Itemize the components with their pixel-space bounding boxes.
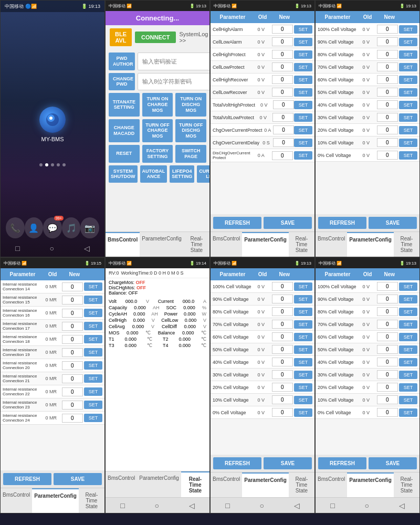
- set-button[interactable]: SET: [294, 383, 312, 392]
- param-new-input[interactable]: [62, 401, 83, 410]
- param-new-input[interactable]: [62, 414, 83, 423]
- set-button[interactable]: SET: [84, 414, 102, 422]
- set-button[interactable]: SET: [399, 63, 417, 71]
- change-pwd-button[interactable]: CHANGEPWD: [109, 73, 135, 91]
- tab-param-pbmr[interactable]: ParameterConfig: [242, 472, 289, 497]
- param-new-input[interactable]: [272, 307, 293, 316]
- tab-bms-control-p2[interactable]: BmsControl: [106, 232, 140, 257]
- set-button[interactable]: SET: [399, 38, 417, 46]
- set-button[interactable]: SET: [294, 358, 312, 366]
- tab-rt-pbl[interactable]: Real-Time State: [79, 488, 104, 513]
- pwd-input[interactable]: [138, 52, 210, 70]
- tab-param-config-p2[interactable]: ParameterConfig: [140, 232, 184, 257]
- set-button[interactable]: SET: [294, 50, 312, 59]
- set-button[interactable]: SET: [84, 335, 102, 343]
- set-button[interactable]: SET: [294, 113, 312, 122]
- param-new-input[interactable]: [62, 282, 83, 291]
- nav-circle-pbmr[interactable]: ○: [260, 501, 264, 510]
- system-shutdown-button[interactable]: SYSTEMSHUTDOW: [109, 165, 138, 183]
- param-new-input[interactable]: [62, 387, 83, 396]
- tab-bms-pbr[interactable]: BmsControl: [316, 472, 347, 497]
- camera-icon[interactable]: 📷: [80, 217, 99, 238]
- messages-icon[interactable]: 💬 99+: [43, 217, 62, 238]
- param-new-input[interactable]: [272, 151, 293, 160]
- nav-back-pbml[interactable]: ◁: [189, 501, 195, 510]
- param-new-input[interactable]: [377, 370, 398, 379]
- set-button[interactable]: SET: [294, 345, 312, 354]
- tab-param-pbr[interactable]: ParameterConfig: [347, 472, 394, 497]
- set-button[interactable]: SET: [399, 126, 417, 134]
- set-button[interactable]: SET: [294, 38, 312, 46]
- set-button[interactable]: SET: [399, 139, 417, 147]
- param-new-input[interactable]: [377, 113, 398, 122]
- tab-rt-pbml[interactable]: Real-Time State: [181, 471, 209, 497]
- param-new-input[interactable]: [377, 383, 398, 392]
- refresh-button-pbr[interactable]: REFRESH: [318, 457, 366, 469]
- set-button[interactable]: SET: [84, 387, 102, 396]
- nav-square-pbml[interactable]: □: [120, 501, 124, 510]
- param-new-input[interactable]: [377, 37, 398, 46]
- set-button[interactable]: SET: [399, 101, 417, 109]
- set-button[interactable]: SET: [294, 308, 312, 316]
- set-button[interactable]: SET: [84, 282, 102, 291]
- param-new-input[interactable]: [377, 62, 398, 71]
- change-macadd-button[interactable]: CHANGEMACADD: [109, 119, 140, 142]
- turn-on-charge-mos-button[interactable]: TURN ONCHARGE MOS: [142, 93, 173, 116]
- set-button[interactable]: SET: [399, 358, 417, 366]
- param-new-input[interactable]: [377, 332, 398, 341]
- param-new-input[interactable]: [272, 370, 293, 379]
- new-pwd-input[interactable]: [138, 73, 210, 91]
- param-new-input[interactable]: [62, 296, 83, 304]
- param-new-input[interactable]: [377, 50, 398, 59]
- param-new-input[interactable]: [377, 151, 398, 160]
- set-button[interactable]: SET: [294, 101, 312, 109]
- set-button[interactable]: SET: [399, 320, 417, 329]
- tab-param-config-p3[interactable]: ParameterConfig: [242, 232, 289, 257]
- tab-bms-pbl[interactable]: BmsControl: [1, 488, 32, 513]
- set-button[interactable]: SET: [294, 333, 312, 341]
- set-button[interactable]: SET: [294, 126, 312, 134]
- lifepo4-setting-button[interactable]: LIFEPO4SETTING: [170, 165, 194, 183]
- param-new-input[interactable]: [272, 383, 293, 392]
- nav-circle-pbr[interactable]: ○: [365, 501, 369, 510]
- param-new-input[interactable]: [377, 282, 398, 291]
- param-new-input[interactable]: [272, 113, 293, 122]
- param-new-input[interactable]: [62, 374, 83, 383]
- param-new-input[interactable]: [377, 25, 398, 34]
- set-button[interactable]: SET: [399, 345, 417, 354]
- set-button[interactable]: SET: [294, 63, 312, 71]
- tab-bms-pbml[interactable]: BmsControl: [106, 471, 137, 497]
- nav-back[interactable]: ◁: [84, 244, 90, 253]
- nav-square-pbr[interactable]: □: [330, 501, 334, 510]
- tab-realtime-p4[interactable]: Real-Time State: [394, 232, 419, 257]
- titanate-setting-button[interactable]: TITANATESETTING: [109, 93, 140, 116]
- set-button[interactable]: SET: [294, 88, 312, 97]
- param-new-input[interactable]: [272, 345, 293, 354]
- param-new-input[interactable]: [273, 125, 294, 134]
- set-button[interactable]: SET: [399, 396, 417, 404]
- param-new-input[interactable]: [377, 358, 398, 366]
- param-new-input[interactable]: [272, 88, 293, 97]
- set-button[interactable]: SET: [399, 50, 417, 59]
- tab-realtime-p2[interactable]: Real-Time State: [184, 232, 209, 257]
- save-button-pbmr[interactable]: SAVE: [264, 457, 312, 469]
- set-button[interactable]: SET: [294, 408, 312, 417]
- nav-back-pbr[interactable]: ◁: [399, 501, 405, 510]
- set-button[interactable]: SET: [399, 25, 417, 34]
- set-button[interactable]: SET: [294, 295, 312, 303]
- set-button[interactable]: SET: [84, 348, 102, 356]
- save-button-pbr[interactable]: SAVE: [369, 457, 417, 469]
- switch-page-button[interactable]: SWITCH PAGE: [175, 145, 206, 163]
- param-new-input[interactable]: [272, 50, 293, 59]
- param-new-input[interactable]: [273, 100, 294, 109]
- set-button[interactable]: SET: [399, 308, 417, 316]
- refresh-button-pbmr[interactable]: REFRESH: [213, 457, 261, 469]
- refresh-button-p3[interactable]: REFRESH: [213, 217, 261, 229]
- connect-button[interactable]: CONNECT: [135, 32, 176, 43]
- param-new-input[interactable]: [272, 282, 293, 291]
- set-button[interactable]: SET: [84, 374, 102, 383]
- set-button[interactable]: SET: [399, 371, 417, 379]
- param-new-input[interactable]: [272, 75, 293, 84]
- currentc-lear-button[interactable]: CURRENTCLEAR: [197, 165, 210, 183]
- param-new-input[interactable]: [62, 348, 83, 357]
